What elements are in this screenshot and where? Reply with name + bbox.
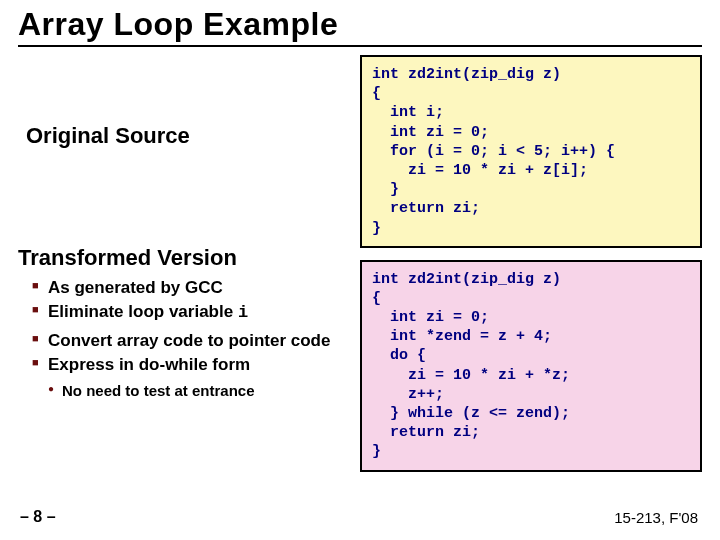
code-token-i: i (238, 303, 248, 322)
course-label: 15-213, F'08 (614, 509, 698, 526)
bullet-item: Eliminate loop variable i (32, 301, 348, 323)
code-block-transformed: int zd2int(zip_dig z) { int zi = 0; int … (360, 260, 702, 472)
page-title: Array Loop Example (18, 6, 702, 43)
sub-bullet-list: No need to test at entrance (18, 378, 348, 399)
bullet-item: As generated by GCC (32, 277, 348, 298)
bullet-text: As generated by GCC (48, 278, 223, 297)
slide: Array Loop Example Original Source Trans… (0, 0, 720, 540)
transformed-version-heading: Transformed Version (18, 245, 348, 271)
code-block-original: int zd2int(zip_dig z) { int i; int zi = … (360, 55, 702, 248)
bullet-text: Eliminate loop variable (48, 302, 238, 321)
bullet-text: Convert array code to pointer code (48, 331, 330, 350)
bullet-item: Convert array code to pointer code (32, 330, 348, 351)
bullet-list: As generated by GCC Eliminate loop varia… (18, 277, 348, 375)
slide-number: – 8 – (20, 508, 56, 526)
right-column: int zd2int(zip_dig z) { int i; int zi = … (360, 55, 702, 472)
bullet-item: Express in do-while form (32, 354, 348, 375)
original-source-heading: Original Source (18, 123, 348, 149)
content-row: Original Source Transformed Version As g… (18, 55, 702, 472)
bullet-text: Express in do-while form (48, 355, 250, 374)
title-rule (18, 45, 702, 47)
left-column: Original Source Transformed Version As g… (18, 55, 348, 472)
sub-bullet-item: No need to test at entrance (48, 382, 348, 399)
